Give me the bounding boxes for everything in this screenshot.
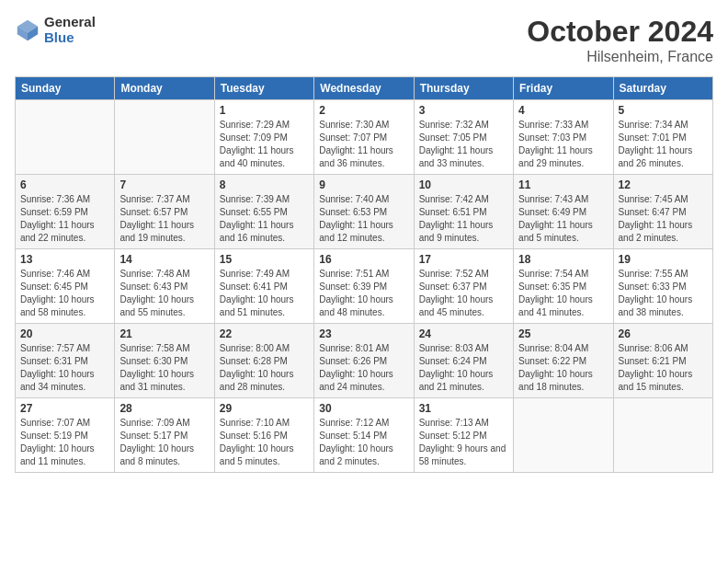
calendar-week-row: 13Sunrise: 7:46 AMSunset: 6:45 PMDayligh… bbox=[16, 249, 713, 324]
day-number: 8 bbox=[220, 178, 309, 191]
day-number: 19 bbox=[619, 253, 708, 266]
calendar-cell bbox=[514, 398, 613, 473]
title-block: October 2024 Hilsenheim, France bbox=[527, 15, 713, 65]
day-number: 6 bbox=[20, 178, 109, 191]
day-info: Sunrise: 8:00 AMSunset: 6:28 PMDaylight:… bbox=[220, 342, 309, 394]
weekday-header: Saturday bbox=[613, 77, 712, 100]
day-info: Sunrise: 8:01 AMSunset: 6:26 PMDaylight:… bbox=[319, 342, 408, 394]
day-number: 25 bbox=[518, 327, 608, 340]
day-info: Sunrise: 7:39 AMSunset: 6:55 PMDaylight:… bbox=[220, 193, 309, 245]
day-number: 31 bbox=[419, 402, 508, 415]
calendar-cell: 6Sunrise: 7:36 AMSunset: 6:59 PMDaylight… bbox=[16, 175, 115, 249]
day-info: Sunrise: 8:03 AMSunset: 6:24 PMDaylight:… bbox=[419, 342, 508, 394]
day-info: Sunrise: 7:37 AMSunset: 6:57 PMDaylight:… bbox=[119, 193, 209, 245]
day-info: Sunrise: 7:07 AMSunset: 5:19 PMDaylight:… bbox=[20, 417, 109, 468]
day-number: 26 bbox=[619, 327, 708, 340]
day-info: Sunrise: 7:54 AMSunset: 6:35 PMDaylight:… bbox=[518, 268, 608, 319]
calendar-cell: 26Sunrise: 8:06 AMSunset: 6:21 PMDayligh… bbox=[613, 324, 712, 398]
day-info: Sunrise: 8:06 AMSunset: 6:21 PMDaylight:… bbox=[619, 342, 708, 394]
calendar-cell: 14Sunrise: 7:48 AMSunset: 6:43 PMDayligh… bbox=[115, 249, 214, 324]
calendar-cell: 17Sunrise: 7:52 AMSunset: 6:37 PMDayligh… bbox=[414, 249, 513, 324]
calendar-cell bbox=[115, 100, 214, 175]
day-number: 22 bbox=[220, 327, 309, 340]
day-number: 30 bbox=[319, 402, 408, 415]
calendar-cell: 3Sunrise: 7:32 AMSunset: 7:05 PMDaylight… bbox=[414, 100, 513, 175]
day-info: Sunrise: 7:55 AMSunset: 6:33 PMDaylight:… bbox=[619, 268, 708, 319]
day-info: Sunrise: 7:13 AMSunset: 5:12 PMDaylight:… bbox=[419, 417, 508, 468]
day-number: 24 bbox=[419, 327, 508, 340]
day-info: Sunrise: 7:32 AMSunset: 7:05 PMDaylight:… bbox=[419, 119, 508, 170]
day-number: 9 bbox=[319, 178, 408, 191]
calendar-cell: 4Sunrise: 7:33 AMSunset: 7:03 PMDaylight… bbox=[514, 100, 613, 175]
calendar-cell: 30Sunrise: 7:12 AMSunset: 5:14 PMDayligh… bbox=[314, 398, 414, 473]
calendar-cell: 7Sunrise: 7:37 AMSunset: 6:57 PMDaylight… bbox=[115, 175, 214, 249]
calendar-cell: 25Sunrise: 8:04 AMSunset: 6:22 PMDayligh… bbox=[514, 324, 613, 398]
day-info: Sunrise: 7:51 AMSunset: 6:39 PMDaylight:… bbox=[319, 268, 408, 319]
day-number: 3 bbox=[419, 104, 508, 117]
day-number: 12 bbox=[619, 178, 708, 191]
day-number: 15 bbox=[220, 253, 309, 266]
logo-icon bbox=[15, 17, 40, 43]
logo-blue: Blue bbox=[44, 30, 96, 46]
calendar-cell: 24Sunrise: 8:03 AMSunset: 6:24 PMDayligh… bbox=[414, 324, 513, 398]
day-number: 28 bbox=[119, 402, 209, 415]
calendar-cell: 18Sunrise: 7:54 AMSunset: 6:35 PMDayligh… bbox=[514, 249, 613, 324]
calendar-cell: 5Sunrise: 7:34 AMSunset: 7:01 PMDaylight… bbox=[613, 100, 712, 175]
day-number: 4 bbox=[518, 104, 608, 117]
calendar-cell: 15Sunrise: 7:49 AMSunset: 6:41 PMDayligh… bbox=[214, 249, 313, 324]
day-number: 10 bbox=[419, 178, 508, 191]
calendar-cell: 8Sunrise: 7:39 AMSunset: 6:55 PMDaylight… bbox=[214, 175, 313, 249]
calendar-week-row: 6Sunrise: 7:36 AMSunset: 6:59 PMDaylight… bbox=[16, 175, 713, 249]
calendar-cell: 16Sunrise: 7:51 AMSunset: 6:39 PMDayligh… bbox=[314, 249, 414, 324]
calendar-cell: 28Sunrise: 7:09 AMSunset: 5:17 PMDayligh… bbox=[115, 398, 214, 473]
logo-text: General Blue bbox=[44, 15, 96, 45]
day-number: 29 bbox=[220, 402, 309, 415]
day-info: Sunrise: 7:52 AMSunset: 6:37 PMDaylight:… bbox=[419, 268, 508, 319]
calendar-week-row: 20Sunrise: 7:57 AMSunset: 6:31 PMDayligh… bbox=[16, 324, 713, 398]
day-info: Sunrise: 7:57 AMSunset: 6:31 PMDaylight:… bbox=[20, 342, 109, 394]
calendar-cell: 11Sunrise: 7:43 AMSunset: 6:49 PMDayligh… bbox=[514, 175, 613, 249]
day-number: 1 bbox=[220, 104, 309, 117]
day-number: 23 bbox=[319, 327, 408, 340]
day-number: 20 bbox=[20, 327, 109, 340]
day-info: Sunrise: 7:42 AMSunset: 6:51 PMDaylight:… bbox=[419, 193, 508, 245]
day-info: Sunrise: 7:30 AMSunset: 7:07 PMDaylight:… bbox=[319, 119, 408, 170]
logo: General Blue bbox=[15, 15, 96, 45]
weekday-header: Tuesday bbox=[214, 77, 313, 100]
day-number: 13 bbox=[20, 253, 109, 266]
day-info: Sunrise: 7:58 AMSunset: 6:30 PMDaylight:… bbox=[119, 342, 209, 394]
location: Hilsenheim, France bbox=[527, 49, 713, 65]
day-number: 21 bbox=[119, 327, 209, 340]
calendar-week-row: 27Sunrise: 7:07 AMSunset: 5:19 PMDayligh… bbox=[16, 398, 713, 473]
day-info: Sunrise: 7:43 AMSunset: 6:49 PMDaylight:… bbox=[518, 193, 608, 245]
day-info: Sunrise: 7:36 AMSunset: 6:59 PMDaylight:… bbox=[20, 193, 109, 245]
weekday-header: Thursday bbox=[414, 77, 513, 100]
calendar-cell: 23Sunrise: 8:01 AMSunset: 6:26 PMDayligh… bbox=[314, 324, 414, 398]
calendar-cell: 10Sunrise: 7:42 AMSunset: 6:51 PMDayligh… bbox=[414, 175, 513, 249]
day-number: 2 bbox=[319, 104, 408, 117]
day-number: 11 bbox=[518, 178, 608, 191]
day-number: 17 bbox=[419, 253, 508, 266]
calendar-cell: 27Sunrise: 7:07 AMSunset: 5:19 PMDayligh… bbox=[16, 398, 115, 473]
day-info: Sunrise: 7:10 AMSunset: 5:16 PMDaylight:… bbox=[220, 417, 309, 468]
day-number: 27 bbox=[20, 402, 109, 415]
weekday-header-row: SundayMondayTuesdayWednesdayThursdayFrid… bbox=[16, 77, 713, 100]
day-number: 14 bbox=[119, 253, 209, 266]
calendar-table: SundayMondayTuesdayWednesdayThursdayFrid… bbox=[15, 76, 713, 473]
calendar-cell bbox=[613, 398, 712, 473]
day-info: Sunrise: 7:46 AMSunset: 6:45 PMDaylight:… bbox=[20, 268, 109, 319]
calendar-cell bbox=[16, 100, 115, 175]
day-info: Sunrise: 7:40 AMSunset: 6:53 PMDaylight:… bbox=[319, 193, 408, 245]
day-info: Sunrise: 7:33 AMSunset: 7:03 PMDaylight:… bbox=[518, 119, 608, 170]
calendar-cell: 20Sunrise: 7:57 AMSunset: 6:31 PMDayligh… bbox=[16, 324, 115, 398]
day-info: Sunrise: 7:48 AMSunset: 6:43 PMDaylight:… bbox=[119, 268, 209, 319]
day-number: 7 bbox=[119, 178, 209, 191]
logo-general: General bbox=[44, 15, 96, 30]
weekday-header: Sunday bbox=[16, 77, 115, 100]
calendar-cell: 2Sunrise: 7:30 AMSunset: 7:07 PMDaylight… bbox=[314, 100, 414, 175]
day-info: Sunrise: 7:09 AMSunset: 5:17 PMDaylight:… bbox=[119, 417, 209, 468]
day-number: 5 bbox=[619, 104, 708, 117]
day-number: 16 bbox=[319, 253, 408, 266]
day-info: Sunrise: 7:12 AMSunset: 5:14 PMDaylight:… bbox=[319, 417, 408, 468]
month-year: October 2024 bbox=[527, 15, 713, 49]
